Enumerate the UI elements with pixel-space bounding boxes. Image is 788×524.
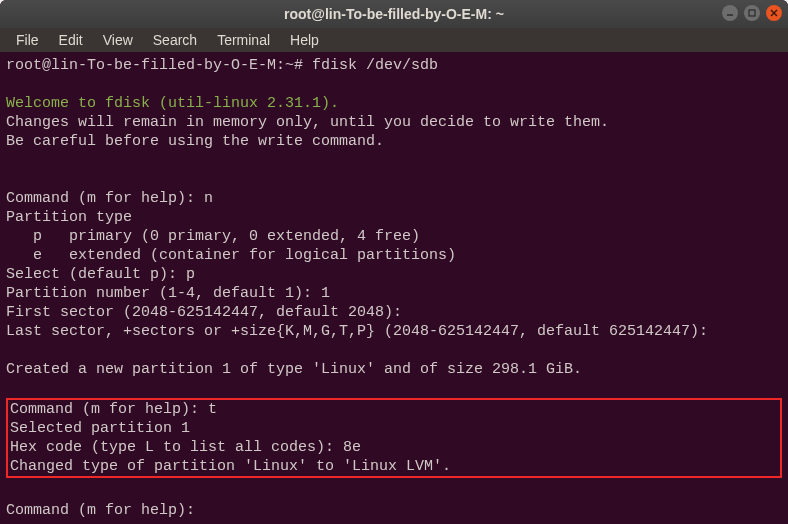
window-controls	[722, 5, 782, 21]
svg-rect-1	[749, 10, 755, 16]
terminal-output[interactable]: root@lin-To-be-filled-by-O-E-M:~# fdisk …	[0, 52, 788, 524]
selected-line: Selected partition 1	[10, 420, 190, 437]
changes-line-2: Be careful before using the write comman…	[6, 133, 384, 150]
prompt-line: root@lin-To-be-filled-by-O-E-M:~# fdisk …	[6, 57, 438, 74]
cmd-help-prompt: Command (m for help):	[6, 190, 204, 207]
minimize-button[interactable]	[722, 5, 738, 21]
highlight-box: Command (m for help): t Selected partiti…	[6, 398, 782, 478]
changed-line: Changed type of partition 'Linux' to 'Li…	[10, 458, 451, 475]
partnum-line: Partition number (1-4, default 1): 1	[6, 285, 330, 302]
select-prompt: Select (default p):	[6, 266, 186, 283]
input-p: p	[186, 266, 195, 283]
cmd-help-line: Command (m for help): n	[6, 190, 213, 207]
window-title: root@lin-To-be-filled-by-O-E-M: ~	[284, 6, 504, 22]
menu-search[interactable]: Search	[145, 30, 205, 50]
primary-line: p primary (0 primary, 0 extended, 4 free…	[6, 228, 420, 245]
menu-edit[interactable]: Edit	[51, 30, 91, 50]
menu-view[interactable]: View	[95, 30, 141, 50]
terminal-window: root@lin-To-be-filled-by-O-E-M: ~ File E…	[0, 0, 788, 524]
cmd-help-line-3: Command (m for help):	[6, 502, 195, 519]
close-button[interactable]	[766, 5, 782, 21]
select-line: Select (default p): p	[6, 266, 195, 283]
changes-line-1: Changes will remain in memory only, unti…	[6, 114, 609, 131]
maximize-button[interactable]	[744, 5, 760, 21]
menu-help[interactable]: Help	[282, 30, 327, 50]
menu-terminal[interactable]: Terminal	[209, 30, 278, 50]
cmd-help-line-2: Command (m for help): t	[10, 401, 217, 418]
input-1: 1	[321, 285, 330, 302]
input-t: t	[208, 401, 217, 418]
hexcode-line: Hex code (type L to list all codes): 8e	[10, 439, 361, 456]
hexcode-prompt: Hex code (type L to list all codes):	[10, 439, 343, 456]
partnum-prompt: Partition number (1-4, default 1):	[6, 285, 321, 302]
extended-line: e extended (container for logical partit…	[6, 247, 456, 264]
prompt-text: root@lin-To-be-filled-by-O-E-M:~#	[6, 57, 312, 74]
firstsec-line: First sector (2048-625142447, default 20…	[6, 304, 402, 321]
input-8e: 8e	[343, 439, 361, 456]
welcome-line: Welcome to fdisk (util-linux 2.31.1).	[6, 95, 339, 112]
command-input: fdisk /dev/sdb	[312, 57, 438, 74]
menu-file[interactable]: File	[8, 30, 47, 50]
menubar: File Edit View Search Terminal Help	[0, 28, 788, 52]
cmd-help-prompt-2: Command (m for help):	[10, 401, 208, 418]
lastsec-line: Last sector, +sectors or +size{K,M,G,T,P…	[6, 323, 708, 340]
input-n: n	[204, 190, 213, 207]
titlebar: root@lin-To-be-filled-by-O-E-M: ~	[0, 0, 788, 28]
created-line: Created a new partition 1 of type 'Linux…	[6, 361, 582, 378]
partition-type-line: Partition type	[6, 209, 132, 226]
